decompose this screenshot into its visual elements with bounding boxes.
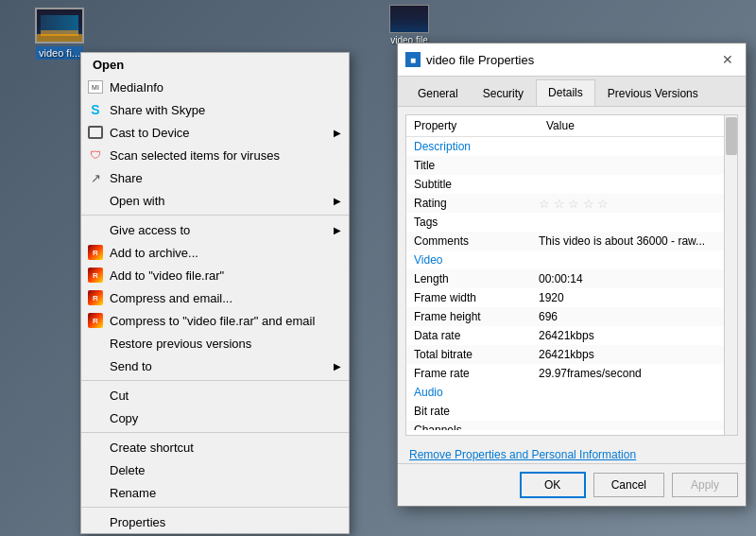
menu-mediainfo-label: MediaInfo bbox=[110, 80, 163, 95]
prop-framerate-value: 29.97frames/second bbox=[539, 367, 730, 380]
scan-icon: 🛡 bbox=[87, 147, 104, 164]
menu-item-open-with[interactable]: Open with bbox=[81, 189, 349, 212]
menu-divider-2 bbox=[81, 380, 349, 381]
prop-datarate-name: Data rate bbox=[414, 329, 539, 342]
table-row: Frame width 1920 bbox=[406, 288, 737, 307]
dialog-title-left: ■ video file Properties bbox=[405, 52, 534, 67]
menu-item-send-to[interactable]: Send to bbox=[81, 354, 349, 377]
table-header: Property Value bbox=[406, 115, 737, 137]
menu-item-rename[interactable]: Rename bbox=[81, 481, 349, 504]
prop-length-value: 00:00:14 bbox=[539, 272, 730, 285]
menu-open-label: Open bbox=[93, 58, 124, 72]
menu-item-copy[interactable]: Copy bbox=[81, 406, 349, 429]
menu-item-delete[interactable]: Delete bbox=[81, 458, 349, 481]
dialog-title-text: video file Properties bbox=[426, 53, 534, 67]
rating-stars: ☆ ☆ ☆ ☆ ☆ bbox=[539, 197, 730, 211]
prop-bitrate-name: Bit rate bbox=[414, 405, 539, 418]
menu-createshortcut-label: Create shortcut bbox=[110, 441, 194, 455]
prop-comments-name: Comments bbox=[414, 234, 539, 248]
menu-item-skype[interactable]: S Share with Skype bbox=[81, 98, 349, 121]
prop-tags-name: Tags bbox=[414, 216, 539, 229]
dialog-close-button[interactable]: ✕ bbox=[717, 49, 738, 70]
prop-totalbitrate-value: 26421kbps bbox=[539, 348, 730, 361]
section-video: Video bbox=[406, 251, 737, 269]
tab-general[interactable]: General bbox=[405, 80, 471, 106]
menu-divider-4 bbox=[81, 507, 349, 508]
tab-previous-versions[interactable]: Previous Versions bbox=[595, 80, 711, 106]
properties-icon: ■ bbox=[410, 55, 416, 65]
menu-giveaccess-label: Give access to bbox=[110, 223, 190, 237]
prop-rating-name: Rating bbox=[414, 197, 539, 210]
share-icon: ↗ bbox=[87, 169, 104, 186]
menu-item-give-access[interactable]: Give access to bbox=[81, 218, 349, 241]
menu-item-create-shortcut[interactable]: Create shortcut bbox=[81, 436, 349, 458]
menu-item-open[interactable]: Open bbox=[81, 53, 349, 76]
context-menu: Open MI MediaInfo S Share with Skype Cas… bbox=[80, 52, 350, 534]
file-icon-label: video fi... bbox=[36, 46, 83, 60]
file-thumbnail2 bbox=[389, 5, 429, 33]
menu-rename-label: Rename bbox=[110, 486, 156, 500]
dialog-title-icon: ■ bbox=[405, 52, 421, 67]
menu-addrar-label: Add to "video file.rar" bbox=[110, 268, 224, 283]
menu-item-share[interactable]: ↗ Share bbox=[81, 166, 349, 189]
menu-item-cast[interactable]: Cast to Device bbox=[81, 121, 349, 144]
winrar-icon-3: R bbox=[87, 289, 104, 306]
menu-item-cut[interactable]: Cut bbox=[81, 384, 349, 406]
header-property: Property bbox=[414, 119, 546, 132]
menu-copy-label: Copy bbox=[110, 411, 138, 425]
menu-item-mediainfo[interactable]: MI MediaInfo bbox=[81, 76, 349, 98]
header-value: Value bbox=[546, 119, 575, 132]
desktop-file-icon2[interactable]: video file bbox=[381, 5, 438, 45]
prop-channels-name: Channels bbox=[414, 424, 539, 430]
apply-button[interactable]: Apply bbox=[672, 473, 738, 497]
menu-item-add-archive[interactable]: R Add to archive... bbox=[81, 241, 349, 264]
section-description: Description bbox=[406, 137, 737, 156]
winrar-icon-2: R bbox=[87, 267, 104, 284]
menu-item-compress-rar-email[interactable]: R Compress to "video file.rar" and email bbox=[81, 309, 349, 332]
prop-totalbitrate-name: Total bitrate bbox=[414, 348, 539, 361]
file-thumbnail bbox=[35, 8, 84, 43]
prop-length-name: Length bbox=[414, 272, 539, 285]
menu-item-properties[interactable]: Properties bbox=[81, 510, 349, 533]
properties-dialog: ■ video file Properties ✕ General Securi… bbox=[397, 43, 747, 507]
menu-delete-label: Delete bbox=[110, 463, 146, 477]
tab-details[interactable]: Details bbox=[536, 79, 595, 106]
menu-divider-1 bbox=[81, 215, 349, 216]
menu-compressraremail-label: Compress to "video file.rar" and email bbox=[110, 314, 315, 328]
cancel-button[interactable]: Cancel bbox=[593, 473, 664, 497]
table-row: Frame rate 29.97frames/second bbox=[406, 364, 737, 383]
ok-button[interactable]: OK bbox=[520, 472, 586, 498]
prop-subtitle-name: Subtitle bbox=[414, 178, 539, 191]
table-rows: Description Title Subtitle Rating ☆ ☆ ☆ … bbox=[406, 137, 737, 430]
winrar-icon-4: R bbox=[87, 312, 104, 329]
prop-frameheight-value: 696 bbox=[539, 310, 730, 323]
menu-item-scan[interactable]: 🛡 Scan selected items for viruses bbox=[81, 144, 349, 166]
menu-skype-label: Share with Skype bbox=[110, 103, 205, 117]
prop-datarate-value: 26421kbps bbox=[539, 329, 730, 342]
menu-cast-label: Cast to Device bbox=[110, 126, 190, 140]
table-row: Comments This video is about 36000 - raw… bbox=[406, 232, 737, 251]
cast-icon bbox=[87, 124, 104, 141]
prop-comments-value: This video is about 36000 - raw... bbox=[539, 234, 730, 248]
menu-openwith-label: Open with bbox=[110, 194, 165, 208]
menu-sendto-label: Send to bbox=[110, 359, 152, 373]
tab-security[interactable]: Security bbox=[471, 80, 536, 106]
menu-item-compress-email[interactable]: R Compress and email... bbox=[81, 286, 349, 309]
prop-framewidth-name: Frame width bbox=[414, 291, 539, 304]
prop-rating-value: ☆ ☆ ☆ ☆ ☆ bbox=[539, 197, 730, 211]
menu-cut-label: Cut bbox=[110, 389, 129, 403]
menu-item-add-rar[interactable]: R Add to "video file.rar" bbox=[81, 264, 349, 286]
remove-properties-link[interactable]: Remove Properties and Personal Informati… bbox=[409, 448, 636, 461]
table-row: Title bbox=[406, 156, 737, 175]
scrollbar[interactable] bbox=[724, 115, 737, 435]
menu-share-label: Share bbox=[110, 171, 143, 185]
table-row: Subtitle bbox=[406, 175, 737, 194]
menu-restore-label: Restore previous versions bbox=[110, 337, 251, 351]
dialog-tabs: General Security Details Previous Versio… bbox=[398, 77, 746, 107]
table-row: Tags bbox=[406, 213, 737, 232]
menu-item-restore[interactable]: Restore previous versions bbox=[81, 332, 349, 354]
dialog-footer: OK Cancel Apply bbox=[398, 463, 746, 506]
table-row: Frame height 696 bbox=[406, 307, 737, 326]
winrar-icon-1: R bbox=[87, 244, 104, 261]
footer-link-area: Remove Properties and Personal Informati… bbox=[398, 443, 746, 463]
